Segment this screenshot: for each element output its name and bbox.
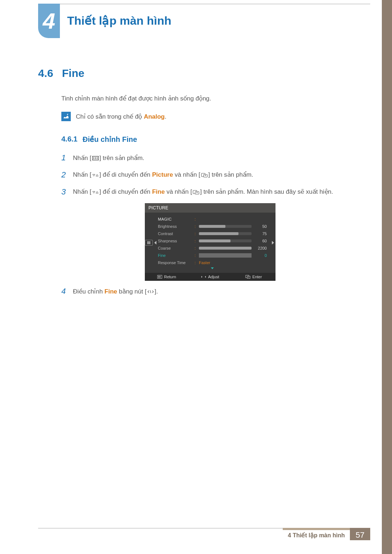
step-text: Điều chỉnh Fine bằng nút []. <box>73 287 158 296</box>
step-number: 1 <box>61 152 66 164</box>
note-text: Chỉ có sẵn trong chế độ Analog. <box>76 113 166 120</box>
page-right-strip <box>382 0 392 554</box>
note-row: Chỉ có sẵn trong chế độ Analog. <box>61 112 361 121</box>
svg-rect-2 <box>95 157 96 159</box>
enter-icon <box>193 190 199 195</box>
section-number: 4.6 <box>38 67 53 79</box>
page-content: 4.6 Fine Tinh chỉnh màn hình để đạt được… <box>38 67 361 303</box>
subsection-number: 4.6.1 <box>61 135 77 144</box>
osd-panel: PICTURE MAGIC : Brightness <box>145 203 275 281</box>
step-text: Nhấn [] để di chuyển đến Picture và nhấn… <box>73 171 253 179</box>
osd-scroll-down-icon <box>158 266 267 271</box>
subsection-title: Điều chỉnh Fine <box>82 135 137 144</box>
step-2: 2 Nhấn [] để di chuyển đến Picture và nh… <box>61 169 361 181</box>
step-number: 2 <box>61 169 66 181</box>
osd-left-arrow <box>153 213 158 273</box>
step-1: 1 Nhấn [] trên sản phẩm. <box>61 152 361 164</box>
up-down-icon <box>92 190 99 195</box>
svg-rect-7 <box>195 191 199 194</box>
page-top-rule <box>38 4 370 4</box>
page-footer: 4 Thiết lập màn hình 57 <box>38 528 370 541</box>
osd-footer-enter: Enter <box>233 275 274 279</box>
step-3: 3 Nhấn [] để di chuyển đến Fine và nhấn … <box>61 186 361 198</box>
chapter-number: 4 <box>43 10 55 32</box>
footer-chapter-label: 4 Thiết lập màn hình <box>283 528 350 540</box>
note-icon <box>61 112 71 121</box>
osd-header: PICTURE <box>145 203 275 213</box>
osd-side-icon <box>145 213 153 273</box>
step-4: 4 Điều chỉnh Fine bằng nút []. <box>61 286 361 297</box>
note-em: Analog <box>144 113 165 120</box>
step-em: Fine <box>105 288 117 295</box>
osd-row-magic: MAGIC : <box>158 216 267 223</box>
osd-row-brightness: Brightness : 50 <box>158 223 267 230</box>
osd-row-coarse: Coarse : 2200 <box>158 245 267 252</box>
svg-rect-5 <box>204 175 208 177</box>
up-down-icon <box>92 173 99 178</box>
svg-rect-9 <box>158 276 159 278</box>
osd-right-arrow <box>270 213 275 273</box>
step-em: Fine <box>152 188 165 195</box>
menu-icon <box>92 156 99 161</box>
section-title: Fine <box>62 67 85 79</box>
step-number: 4 <box>61 286 66 297</box>
osd-footer-adjust: Adjust <box>190 275 230 279</box>
section-intro: Tinh chỉnh màn hình để đạt được hình ảnh… <box>61 95 361 102</box>
subsection-heading: 4.6.1 Điều chỉnh Fine <box>61 135 361 144</box>
osd-row-response: Response Time : Faster <box>158 259 267 266</box>
svg-rect-1 <box>93 157 94 159</box>
section-heading: 4.6 Fine <box>38 67 361 79</box>
osd-row-contrast: Contrast : 75 <box>158 230 267 237</box>
step-number: 3 <box>61 186 66 198</box>
chapter-tab: 4 <box>38 4 60 38</box>
svg-rect-10 <box>160 276 160 278</box>
step-text: Nhấn [] trên sản phẩm. <box>73 154 144 163</box>
left-right-icon <box>147 289 154 294</box>
footer-page-number: 57 <box>350 528 370 540</box>
osd-row-sharpness: Sharpness : 60 <box>158 237 267 245</box>
step-text: Nhấn [] để di chuyển đến Fine và nhấn []… <box>73 188 333 196</box>
osd-footer-return: Return <box>146 275 187 279</box>
steps-list: 1 Nhấn [] trên sản phẩm. 2 Nhấn [] để di… <box>61 152 361 297</box>
svg-rect-3 <box>97 157 97 159</box>
enter-icon <box>201 173 208 178</box>
step-em: Picture <box>152 171 173 178</box>
osd-footer: Return Adjust Enter <box>145 273 275 281</box>
chapter-title: Thiết lập màn hình <box>67 14 171 28</box>
osd-row-fine: Fine : 0 <box>158 252 267 259</box>
